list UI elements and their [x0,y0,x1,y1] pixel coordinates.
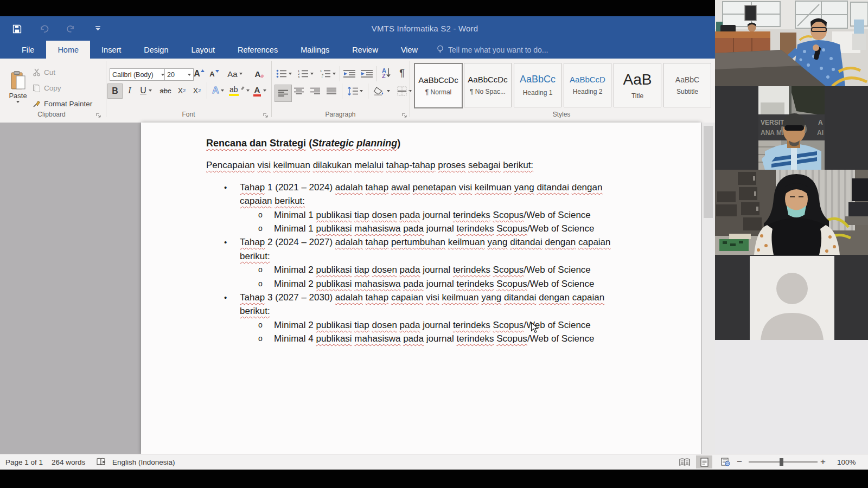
paste-clipboard-icon [10,71,26,91]
tab-design[interactable]: Design [132,41,180,59]
align-center-button[interactable] [292,85,306,98]
lightbulb-icon [437,45,444,54]
zoom-out-button[interactable]: − [737,454,742,470]
svg-text:i: i [322,75,322,78]
shrink-caret-icon [215,70,219,73]
paragraph-dialog-launcher-icon[interactable] [401,112,408,119]
borders-icon [397,86,407,96]
read-mode-icon [679,458,690,466]
text-effects-button[interactable]: A [209,84,227,98]
tab-insert[interactable]: Insert [90,41,132,59]
clear-formatting-button[interactable]: A [253,67,267,80]
style-title[interactable]: AaBTitle [614,63,661,107]
bullets-button[interactable] [275,67,293,80]
format-painter-button[interactable]: Format Painter [33,98,103,110]
text-effects-label: A [212,85,219,96]
strikethrough-button[interactable]: abc [157,84,174,98]
tab-mailings[interactable]: Mailings [289,41,341,59]
style-subtitle[interactable]: AaBbCSubtitle [663,63,711,107]
document-line: berikut: [240,249,640,263]
increase-indent-button[interactable] [359,67,374,80]
paint-bucket-icon [373,86,385,96]
zoom-slider-thumb[interactable] [780,458,783,466]
tell-me-box[interactable]: Tell me what you want to do... [437,41,548,59]
change-case-button[interactable]: Aa [225,67,245,80]
shading-button[interactable] [371,85,392,98]
sub-bullet-item: oMinimal 1 publikasi tiap dosen pada jou… [206,208,640,222]
document-line: Tahap 1 (2021 – 2024) adalah tahap awal … [240,181,640,194]
zoom-level[interactable]: 100% [837,454,856,470]
style-heading-2[interactable]: AaBbCcDHeading 2 [564,63,611,107]
font-name-select[interactable]: Calibri (Body) [110,68,167,81]
subscript-button[interactable]: X2 [175,84,189,98]
align-right-button[interactable] [308,85,322,98]
paragraph-group-label: Paragraph [271,111,410,118]
multilevel-list-button[interactable]: 1ai [318,67,337,80]
style-preview: AaBbCcD [570,75,605,84]
tab-references[interactable]: References [226,41,289,59]
paragraph-row-divider [368,84,368,99]
print-layout-button[interactable] [696,455,712,468]
tab-layout[interactable]: Layout [180,41,226,59]
italic-button[interactable]: I [124,84,136,98]
style-no-spac[interactable]: AaBbCcDc¶ No Spac... [464,63,512,107]
scrollbar-thumb[interactable] [704,126,713,218]
bold-button[interactable]: B [107,84,123,99]
vertical-scrollbar[interactable] [701,123,715,454]
zoom-in-button[interactable]: + [820,454,826,470]
decrease-indent-icon [343,69,355,78]
decrease-indent-button[interactable] [342,67,357,80]
document-bullet-list: •Tahap 1 (2021 – 2024) adalah tahap awal… [206,181,640,346]
read-mode-button[interactable] [676,455,693,468]
top-letterbox [0,0,715,16]
sort-button[interactable]: AZ [379,66,394,80]
text-effects-caret-icon [221,89,224,92]
paste-button[interactable]: Paste [5,63,30,111]
web-layout-button[interactable] [717,455,733,468]
participant-video-3[interactable] [715,170,868,255]
align-left-button[interactable] [275,85,292,102]
proofing-status-icon[interactable] [97,454,106,470]
participant-video-2[interactable]: VERSITA ANA MALI A AI [715,86,868,170]
font-size-select[interactable]: 20 [164,68,194,81]
underline-button[interactable]: U [137,84,155,98]
document-heading: Rencana dan Strategi (Strategic planning… [206,137,640,150]
tab-home[interactable]: Home [46,41,90,59]
font-dialog-launcher-icon[interactable] [263,112,269,119]
shrink-font-button[interactable]: A [208,67,221,80]
style-heading-1[interactable]: AaBbCcHeading 1 [514,63,561,107]
page-indicator[interactable]: Page 1 of 1 [5,454,43,470]
participant-1-camera-feed [715,0,868,86]
show-paragraph-marks-button[interactable]: ¶ [396,66,408,80]
participant-video-1[interactable] [715,0,868,86]
line-spacing-button[interactable] [345,85,365,98]
copy-button[interactable]: Copy [33,82,98,94]
numbered-list-icon: 123 [298,69,309,78]
borders-button[interactable] [394,85,414,98]
font-color-button[interactable]: A [251,84,269,98]
grow-font-button[interactable]: A [193,67,206,80]
participant-video-4[interactable] [715,255,868,340]
style-preview: AaB [623,71,652,88]
format-painter-brush-icon [33,100,41,108]
copy-icon [33,84,41,92]
word-count[interactable]: 264 words [52,454,85,470]
numbering-button[interactable]: 123 [296,67,315,80]
superscript-label: X [193,86,198,95]
superscript-button[interactable]: X2 [190,84,204,98]
tab-view[interactable]: View [390,41,429,59]
language-indicator[interactable]: English (Indonesia) [112,454,175,470]
style-normal[interactable]: AaBbCcDc¶ Normal [414,63,463,108]
clipboard-dialog-launcher-icon[interactable] [95,112,102,119]
font-name-value: Calibri (Body) [112,71,154,79]
cut-button[interactable]: Cut [33,66,98,78]
screen: VMTS Informatika S2 - Word FileHomeInser… [0,0,868,488]
tab-review[interactable]: Review [341,41,390,59]
style-preview: AaBbCcDc [468,75,507,84]
line-spacing-caret-icon [360,90,363,92]
document-page[interactable]: Rencana dan Strategi (Strategic planning… [141,123,701,454]
tab-file[interactable]: File [10,41,46,59]
cut-label: Cut [44,68,55,76]
justify-button[interactable] [324,85,339,98]
highlight-button[interactable]: ab [229,84,250,98]
